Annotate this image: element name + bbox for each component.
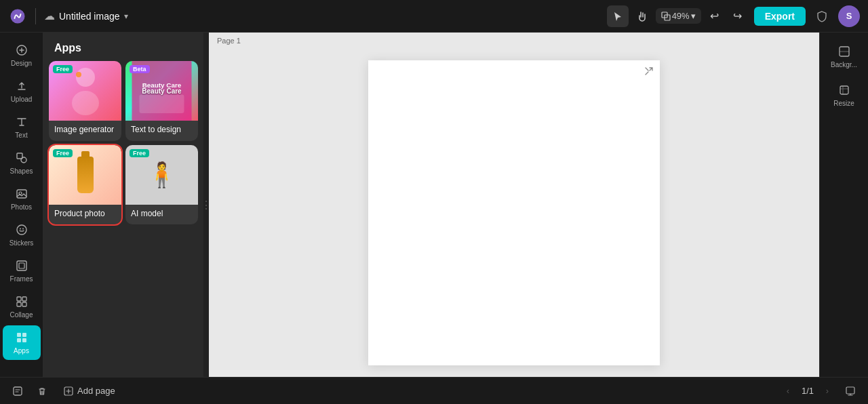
- apps-panel: Apps Free Image generator Beauty Care: [43, 33, 203, 377]
- svg-rect-26: [140, 95, 184, 114]
- app-card-ai-model-label: AI model: [125, 205, 198, 225]
- canvas-area: Page 1: [209, 33, 819, 377]
- app-card-text-to-design[interactable]: Beauty Care Beta Text to design: [125, 61, 198, 141]
- redo-button[interactable]: ↪: [727, 5, 749, 27]
- sidebar-label-stickers: Stickers: [9, 239, 34, 247]
- svg-rect-14: [22, 297, 26, 301]
- canvas-content[interactable]: [209, 49, 819, 377]
- app-card-text-to-design-label: Text to design: [125, 121, 198, 141]
- sidebar-label-frames: Frames: [10, 275, 33, 283]
- svg-rect-29: [14, 387, 22, 395]
- present-button[interactable]: [841, 382, 860, 401]
- canvas-page-label: Page 1: [209, 33, 819, 49]
- svg-rect-19: [17, 338, 21, 342]
- app-card-text-to-design-badge: Beta: [130, 65, 150, 73]
- zoom-control[interactable]: 49% ▾: [656, 8, 701, 24]
- sidebar-item-upload[interactable]: Upload: [3, 74, 41, 108]
- canvas-expand-button[interactable]: [642, 64, 656, 78]
- right-panel: Backgr... Resize: [819, 33, 868, 377]
- model-figure: 🧍: [146, 163, 177, 187]
- right-panel-resize[interactable]: Resize: [824, 77, 865, 114]
- svg-point-9: [20, 228, 21, 230]
- app-card-image-generator[interactable]: Free Image generator: [49, 61, 121, 141]
- app-card-product-photo[interactable]: Free Product photo: [49, 145, 121, 225]
- sidebar-item-shapes[interactable]: Shapes: [3, 146, 41, 180]
- user-avatar[interactable]: S: [838, 5, 860, 27]
- bottom-notes-button[interactable]: [8, 382, 27, 401]
- app-card-ai-model[interactable]: 🧍 Free AI model: [125, 145, 198, 225]
- app-card-ai-model-badge: Free: [130, 149, 149, 157]
- svg-rect-31: [846, 387, 854, 394]
- svg-text:Beauty Care: Beauty Care: [142, 81, 182, 89]
- svg-rect-16: [22, 302, 26, 306]
- right-panel-resize-label: Resize: [833, 100, 854, 107]
- prev-page-button[interactable]: ‹: [780, 383, 796, 399]
- svg-point-22: [72, 91, 99, 115]
- svg-rect-17: [17, 333, 21, 337]
- canvas-page-wrapper: [368, 60, 660, 365]
- svg-rect-18: [22, 333, 26, 337]
- select-tool-button[interactable]: [607, 5, 629, 27]
- panel-resize-handle[interactable]: ⋮: [203, 33, 209, 377]
- cloud-icon: ☁: [44, 9, 55, 22]
- zoom-chevron-icon: ▾: [691, 11, 696, 21]
- topbar: ☁ Untitled image ▾ 49% ▾ ↩ ↪ Export S: [0, 0, 868, 33]
- export-button[interactable]: Export: [754, 7, 806, 26]
- bottombar: Add page ‹ 1/1 ›: [0, 377, 868, 404]
- right-panel-background[interactable]: Backgr...: [824, 38, 865, 75]
- sidebar-item-design[interactable]: Design: [3, 38, 41, 73]
- app-card-product-photo-badge: Free: [53, 149, 73, 157]
- page-number: 1/1: [802, 386, 814, 396]
- page-navigation: ‹ 1/1 ›: [780, 383, 835, 399]
- svg-point-4: [21, 157, 26, 163]
- svg-point-21: [76, 68, 95, 87]
- sidebar-label-upload: Upload: [11, 96, 33, 103]
- next-page-button[interactable]: ›: [819, 383, 835, 399]
- sidebar-item-collage[interactable]: Collage: [3, 289, 41, 324]
- apps-grid: Free Image generator Beauty Care Beta Te…: [43, 61, 203, 230]
- topbar-divider: [35, 8, 36, 24]
- right-panel-background-label: Backgr...: [831, 61, 857, 68]
- svg-point-7: [19, 192, 22, 195]
- sidebar-label-shapes: Shapes: [10, 167, 33, 175]
- main-content: Design Upload Text Shapes Photos Sticker…: [0, 33, 868, 377]
- app-card-product-photo-label: Product photo: [49, 205, 121, 225]
- sidebar-item-apps[interactable]: Apps: [3, 325, 41, 360]
- canvas-page[interactable]: [368, 60, 660, 365]
- app-card-image-generator-label: Image generator: [49, 121, 121, 141]
- sidebar: Design Upload Text Shapes Photos Sticker…: [0, 33, 43, 377]
- bottom-delete-button[interactable]: [33, 382, 52, 401]
- topbar-tools: 49% ▾ ↩ ↪: [607, 5, 749, 27]
- sidebar-label-photos: Photos: [11, 203, 32, 211]
- svg-rect-20: [22, 338, 26, 342]
- sidebar-item-stickers[interactable]: Stickers: [3, 218, 41, 252]
- title-chevron-icon: ▾: [124, 12, 128, 21]
- sidebar-label-text: Text: [15, 132, 27, 139]
- svg-rect-28: [840, 86, 848, 94]
- topbar-right: Export S: [754, 5, 860, 27]
- sidebar-item-frames[interactable]: Frames: [3, 254, 41, 288]
- document-title-area[interactable]: ☁ Untitled image ▾: [44, 9, 128, 22]
- sidebar-label-collage: Collage: [10, 311, 33, 319]
- sidebar-label-design: Design: [11, 60, 32, 67]
- svg-rect-12: [19, 263, 24, 268]
- bottle-shape: [77, 157, 94, 193]
- add-page-label: Add page: [77, 386, 115, 396]
- shield-button[interactable]: [811, 5, 833, 27]
- apps-panel-header: Apps: [43, 33, 203, 61]
- sidebar-item-photos[interactable]: Photos: [3, 182, 41, 216]
- document-title: Untitled image: [59, 11, 120, 22]
- add-page-button[interactable]: Add page: [57, 383, 122, 399]
- svg-point-23: [76, 72, 81, 77]
- hand-tool-button[interactable]: [631, 5, 653, 27]
- svg-point-8: [17, 225, 26, 235]
- svg-rect-11: [17, 261, 26, 270]
- sidebar-item-text[interactable]: Text: [3, 110, 41, 144]
- sidebar-label-apps: Apps: [14, 347, 29, 355]
- canva-logo[interactable]: [8, 7, 27, 26]
- svg-rect-13: [17, 297, 21, 301]
- zoom-value: 49%: [672, 11, 690, 21]
- undo-redo-group: ↩ ↪: [704, 5, 749, 27]
- svg-point-10: [22, 228, 24, 230]
- undo-button[interactable]: ↩: [704, 5, 726, 27]
